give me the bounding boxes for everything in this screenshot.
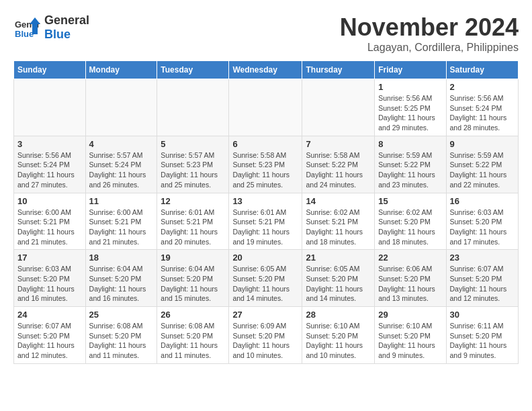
day-number: 23 bbox=[450, 253, 515, 263]
calendar-cell: 25Sunrise: 6:08 AM Sunset: 5:20 PM Dayli… bbox=[85, 307, 157, 364]
day-number: 27 bbox=[232, 310, 298, 320]
calendar-cell: 27Sunrise: 6:09 AM Sunset: 5:20 PM Dayli… bbox=[229, 307, 302, 364]
day-number: 18 bbox=[89, 253, 154, 263]
calendar-cell: 1Sunrise: 5:56 AM Sunset: 5:25 PM Daylig… bbox=[375, 79, 446, 136]
day-info: Sunrise: 5:58 AM Sunset: 5:22 PM Dayligh… bbox=[306, 150, 371, 190]
weekday-thursday: Thursday bbox=[302, 61, 375, 79]
day-info: Sunrise: 6:02 AM Sunset: 5:21 PM Dayligh… bbox=[306, 208, 371, 247]
calendar-cell bbox=[85, 79, 157, 136]
day-number: 19 bbox=[161, 253, 225, 263]
month-title: November 2024 bbox=[340, 13, 519, 42]
calendar-body: 1Sunrise: 5:56 AM Sunset: 5:25 PM Daylig… bbox=[14, 79, 519, 364]
day-number: 7 bbox=[306, 139, 371, 149]
calendar-cell: 30Sunrise: 6:11 AM Sunset: 5:20 PM Dayli… bbox=[446, 307, 519, 364]
weekday-header-row: SundayMondayTuesdayWednesdayThursdayFrid… bbox=[14, 61, 519, 79]
day-number: 25 bbox=[89, 310, 154, 320]
calendar-cell: 2Sunrise: 5:56 AM Sunset: 5:24 PM Daylig… bbox=[446, 79, 519, 136]
week-row-5: 24Sunrise: 6:07 AM Sunset: 5:20 PM Dayli… bbox=[14, 307, 519, 364]
calendar-cell: 13Sunrise: 6:01 AM Sunset: 5:21 PM Dayli… bbox=[229, 193, 302, 250]
svg-text:Blue: Blue bbox=[15, 29, 34, 39]
day-number: 12 bbox=[161, 196, 225, 206]
logo-blue: Blue bbox=[44, 28, 71, 41]
weekday-monday: Monday bbox=[85, 61, 157, 79]
day-number: 17 bbox=[17, 253, 82, 263]
day-info: Sunrise: 6:06 AM Sunset: 5:20 PM Dayligh… bbox=[378, 264, 442, 304]
day-info: Sunrise: 5:58 AM Sunset: 5:23 PM Dayligh… bbox=[232, 150, 298, 190]
day-info: Sunrise: 6:03 AM Sunset: 5:20 PM Dayligh… bbox=[17, 264, 82, 304]
day-number: 11 bbox=[89, 196, 154, 206]
calendar-cell: 22Sunrise: 6:06 AM Sunset: 5:20 PM Dayli… bbox=[375, 250, 446, 307]
calendar-cell bbox=[229, 79, 302, 136]
calendar-cell: 5Sunrise: 5:57 AM Sunset: 5:23 PM Daylig… bbox=[157, 136, 229, 193]
calendar-cell: 16Sunrise: 6:03 AM Sunset: 5:20 PM Dayli… bbox=[446, 193, 519, 250]
week-row-1: 1Sunrise: 5:56 AM Sunset: 5:25 PM Daylig… bbox=[14, 79, 519, 136]
calendar-cell: 23Sunrise: 6:07 AM Sunset: 5:20 PM Dayli… bbox=[446, 250, 519, 307]
day-info: Sunrise: 6:03 AM Sunset: 5:20 PM Dayligh… bbox=[450, 208, 515, 247]
calendar-cell: 8Sunrise: 5:59 AM Sunset: 5:22 PM Daylig… bbox=[375, 136, 446, 193]
weekday-tuesday: Tuesday bbox=[157, 61, 229, 79]
day-number: 10 bbox=[17, 196, 82, 206]
calendar-cell: 24Sunrise: 6:07 AM Sunset: 5:20 PM Dayli… bbox=[14, 307, 86, 364]
calendar-cell: 17Sunrise: 6:03 AM Sunset: 5:20 PM Dayli… bbox=[14, 250, 86, 307]
day-info: Sunrise: 6:07 AM Sunset: 5:20 PM Dayligh… bbox=[17, 321, 82, 361]
day-info: Sunrise: 6:01 AM Sunset: 5:21 PM Dayligh… bbox=[161, 208, 225, 247]
day-info: Sunrise: 5:56 AM Sunset: 5:24 PM Dayligh… bbox=[450, 93, 515, 133]
week-row-4: 17Sunrise: 6:03 AM Sunset: 5:20 PM Dayli… bbox=[14, 250, 519, 307]
calendar-cell: 18Sunrise: 6:04 AM Sunset: 5:20 PM Dayli… bbox=[85, 250, 157, 307]
day-info: Sunrise: 6:04 AM Sunset: 5:20 PM Dayligh… bbox=[89, 264, 154, 304]
logo-general: General bbox=[44, 13, 89, 27]
header: General Blue General Blue November 2024 … bbox=[13, 13, 519, 54]
day-info: Sunrise: 6:00 AM Sunset: 5:21 PM Dayligh… bbox=[17, 208, 82, 247]
day-number: 26 bbox=[161, 310, 225, 320]
weekday-wednesday: Wednesday bbox=[229, 61, 302, 79]
day-number: 6 bbox=[232, 139, 298, 149]
day-number: 30 bbox=[450, 310, 515, 320]
day-number: 14 bbox=[306, 196, 371, 206]
calendar-cell: 6Sunrise: 5:58 AM Sunset: 5:23 PM Daylig… bbox=[229, 136, 302, 193]
calendar-cell: 3Sunrise: 5:56 AM Sunset: 5:24 PM Daylig… bbox=[14, 136, 86, 193]
logo-text: General Blue bbox=[44, 13, 89, 42]
location-title: Lagayan, Cordillera, Philippines bbox=[340, 42, 519, 54]
logo-icon: General Blue bbox=[13, 14, 40, 41]
day-info: Sunrise: 6:04 AM Sunset: 5:20 PM Dayligh… bbox=[161, 264, 225, 304]
day-info: Sunrise: 6:10 AM Sunset: 5:20 PM Dayligh… bbox=[306, 321, 371, 361]
day-info: Sunrise: 6:01 AM Sunset: 5:21 PM Dayligh… bbox=[232, 208, 298, 247]
day-info: Sunrise: 6:02 AM Sunset: 5:20 PM Dayligh… bbox=[378, 208, 442, 247]
weekday-sunday: Sunday bbox=[14, 61, 86, 79]
day-number: 1 bbox=[378, 82, 442, 92]
day-number: 3 bbox=[17, 139, 82, 149]
day-info: Sunrise: 5:56 AM Sunset: 5:25 PM Dayligh… bbox=[378, 93, 442, 133]
day-number: 16 bbox=[450, 196, 515, 206]
day-number: 4 bbox=[89, 139, 154, 149]
day-info: Sunrise: 6:09 AM Sunset: 5:20 PM Dayligh… bbox=[232, 321, 298, 361]
calendar-cell: 4Sunrise: 5:57 AM Sunset: 5:24 PM Daylig… bbox=[85, 136, 157, 193]
day-info: Sunrise: 6:08 AM Sunset: 5:20 PM Dayligh… bbox=[89, 321, 154, 361]
day-number: 22 bbox=[378, 253, 442, 263]
day-info: Sunrise: 6:05 AM Sunset: 5:20 PM Dayligh… bbox=[232, 264, 298, 304]
day-info: Sunrise: 5:59 AM Sunset: 5:22 PM Dayligh… bbox=[450, 150, 515, 190]
day-number: 15 bbox=[378, 196, 442, 206]
day-info: Sunrise: 5:57 AM Sunset: 5:23 PM Dayligh… bbox=[161, 150, 225, 190]
calendar-cell: 19Sunrise: 6:04 AM Sunset: 5:20 PM Dayli… bbox=[157, 250, 229, 307]
calendar-cell bbox=[157, 79, 229, 136]
logo: General Blue General Blue bbox=[13, 13, 89, 42]
day-number: 13 bbox=[232, 196, 298, 206]
day-info: Sunrise: 6:11 AM Sunset: 5:20 PM Dayligh… bbox=[450, 321, 515, 361]
day-number: 8 bbox=[378, 139, 442, 149]
day-number: 21 bbox=[306, 253, 371, 263]
day-info: Sunrise: 6:05 AM Sunset: 5:20 PM Dayligh… bbox=[306, 264, 371, 304]
day-number: 20 bbox=[232, 253, 298, 263]
day-info: Sunrise: 5:57 AM Sunset: 5:24 PM Dayligh… bbox=[89, 150, 154, 190]
calendar-cell: 28Sunrise: 6:10 AM Sunset: 5:20 PM Dayli… bbox=[302, 307, 375, 364]
day-number: 24 bbox=[17, 310, 82, 320]
calendar-cell: 29Sunrise: 6:10 AM Sunset: 5:20 PM Dayli… bbox=[375, 307, 446, 364]
calendar-cell: 11Sunrise: 6:00 AM Sunset: 5:21 PM Dayli… bbox=[85, 193, 157, 250]
calendar-cell bbox=[302, 79, 375, 136]
title-section: November 2024 Lagayan, Cordillera, Phili… bbox=[340, 13, 519, 54]
calendar-cell: 15Sunrise: 6:02 AM Sunset: 5:20 PM Dayli… bbox=[375, 193, 446, 250]
day-number: 29 bbox=[378, 310, 442, 320]
calendar-cell: 10Sunrise: 6:00 AM Sunset: 5:21 PM Dayli… bbox=[14, 193, 86, 250]
day-info: Sunrise: 6:07 AM Sunset: 5:20 PM Dayligh… bbox=[450, 264, 515, 304]
day-info: Sunrise: 5:56 AM Sunset: 5:24 PM Dayligh… bbox=[17, 150, 82, 190]
day-info: Sunrise: 6:08 AM Sunset: 5:20 PM Dayligh… bbox=[161, 321, 225, 361]
